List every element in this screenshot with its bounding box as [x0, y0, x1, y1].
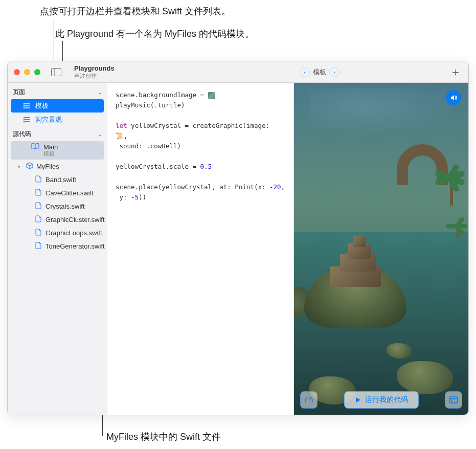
swift-file-icon: [35, 175, 41, 184]
svg-point-11: [24, 117, 24, 118]
layout-button[interactable]: [445, 391, 462, 409]
svg-point-12: [24, 119, 24, 120]
file-label: Crystals.swift: [46, 203, 85, 210]
file-label: Band.swift: [46, 176, 76, 184]
nav-area: Playgrounds 声波创作 ‹ 模板 ›: [63, 64, 448, 79]
annotation-sidebar-toggle: 点按可打开边栏并查看模块和 Swift 文件列表。: [40, 5, 231, 17]
file-label: CaveGlitter.swift: [46, 189, 94, 197]
palm-tree: [457, 224, 459, 238]
nav-forward-button[interactable]: ›: [329, 67, 339, 77]
svg-line-16: [309, 398, 310, 400]
titlebar: Playgrounds 声波创作 ‹ 模板 › ＋: [8, 61, 468, 83]
svg-point-13: [24, 121, 24, 122]
annotation-files: MyFiles 模块中的 Swift 文件: [106, 431, 221, 443]
nav-subtitle: 声波创作: [74, 73, 115, 79]
list-bullet-icon: [23, 117, 31, 123]
live-preview: 运行我的代码: [294, 83, 468, 415]
code-editor[interactable]: scene.backgroundImage = playMusic(.turtl…: [107, 83, 294, 415]
module-myfiles[interactable]: ▾ MyFiles: [8, 160, 107, 173]
run-code-button[interactable]: 运行我的代码: [344, 391, 419, 409]
page-item-label: 洞穴景观: [35, 115, 62, 124]
file-label: GraphicCluster.swift: [46, 216, 105, 223]
page-item-label: 模板: [35, 101, 49, 110]
traffic-lights: [8, 69, 40, 75]
minimize-window-button[interactable]: [24, 69, 30, 75]
chevron-down-icon: ⌄: [98, 89, 102, 95]
fullscreen-window-button[interactable]: [34, 69, 40, 75]
module-name: MyFiles: [36, 163, 59, 170]
close-window-button[interactable]: [14, 69, 20, 75]
chevron-down-icon: ⌄: [98, 131, 102, 137]
breadcrumb-current: 模板: [313, 68, 326, 77]
swift-file-icon: [35, 215, 41, 224]
preview-controls: 运行我的代码: [300, 391, 462, 409]
turtle-graphic: [294, 226, 437, 338]
nav-title: Playgrounds: [74, 64, 115, 73]
file-item[interactable]: Crystals.swift: [11, 200, 104, 213]
run-button-label: 运行我的代码: [365, 395, 408, 405]
source-main-sublabel: 模板: [31, 150, 99, 158]
section-pages-header[interactable]: 页面 ⌄: [8, 85, 107, 99]
sidebar-toggle-button[interactable]: [50, 67, 63, 77]
list-bullet-icon: [23, 103, 31, 109]
file-item[interactable]: Band.swift: [11, 173, 104, 186]
add-button[interactable]: ＋: [448, 64, 463, 80]
annotation-module: 此 Playground 有一个名为 MyFiles 的代码模块。: [55, 28, 254, 40]
svg-point-5: [24, 103, 24, 104]
sound-button[interactable]: [446, 90, 461, 105]
sidebar: 页面 ⌄ 模板 洞穴景观 源代码 ⌄: [8, 83, 107, 415]
swift-file-icon: [35, 202, 41, 211]
editor-area: scene.backgroundImage = playMusic(.turtl…: [107, 83, 468, 415]
swift-file-icon: [35, 189, 41, 197]
page-item-cave[interactable]: 洞穴景观: [11, 113, 104, 126]
nav-back-button[interactable]: ‹: [300, 67, 310, 77]
section-source-header[interactable]: 源代码 ⌄: [8, 127, 107, 141]
swift-file-icon: [35, 229, 41, 237]
file-item[interactable]: GraphicLoops.swift: [11, 227, 104, 239]
swift-file-icon: [35, 242, 41, 251]
file-item[interactable]: CaveGlitter.swift: [11, 187, 104, 199]
callout-line-1: [54, 18, 54, 65]
file-item[interactable]: ToneGenerator.swift: [11, 240, 104, 253]
svg-point-7: [24, 107, 24, 108]
breadcrumb: ‹ 模板 ›: [300, 67, 339, 77]
page-item-template[interactable]: 模板: [11, 99, 104, 113]
svg-rect-17: [449, 397, 458, 403]
file-item[interactable]: GraphicCluster.swift: [11, 213, 104, 226]
file-label: ToneGenerator.swift: [46, 242, 105, 250]
palm-tree: [450, 175, 453, 206]
cube-icon: [26, 162, 33, 171]
image-literal-icon: [208, 92, 215, 99]
svg-point-6: [24, 105, 24, 106]
svg-rect-0: [52, 68, 61, 76]
chevron-down-icon: ▾: [18, 164, 23, 169]
gauge-button[interactable]: [300, 391, 318, 409]
app-window: Playgrounds 声波创作 ‹ 模板 › ＋ 页面 ⌄ 模板: [7, 61, 469, 415]
source-main-item[interactable]: Main 模板: [11, 141, 104, 160]
file-label: GraphicLoops.swift: [46, 229, 102, 237]
